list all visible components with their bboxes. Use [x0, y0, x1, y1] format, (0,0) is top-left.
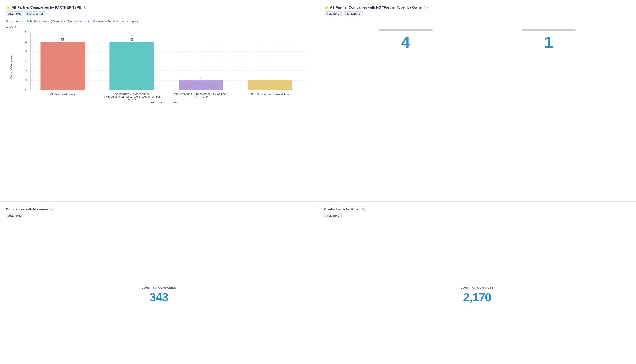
badge-all-time-br[interactable]: ALL TIME	[324, 213, 342, 218]
hbar-track-1	[522, 30, 576, 32]
legend-label-1: Mobility Service (Microtransit, On Deman…	[30, 20, 89, 22]
metric-value-br: 2,170	[463, 290, 491, 304]
svg-text:Mobility Service: Mobility Service	[114, 92, 149, 95]
badge-row-bottom-left: ALL TIME	[6, 213, 23, 218]
hbar-fill-4	[378, 30, 433, 32]
legend-item-1: Mobility Service (Microtransit, On Deman…	[27, 20, 89, 22]
badge-all-time-tr[interactable]: ALL TIME	[324, 11, 342, 16]
pagination-controls: ▲ 1/2 ▼	[6, 25, 312, 28]
card-no-name-companies: Companies with No name i ALL TIME COUNT …	[0, 202, 318, 364]
title-text-bl: Companies with No name	[6, 207, 48, 211]
svg-text:Digital): Digital)	[193, 96, 208, 98]
legend-label-0: (No value)	[10, 20, 23, 22]
card-title-no-name: Companies with No name i	[6, 207, 53, 211]
svg-text:(Microtransit, On Demand: (Microtransit, On Demand	[104, 95, 160, 98]
metric-center-bl: COUNT OF COMPANIES 343	[6, 231, 312, 358]
metric-label-bl: COUNT OF COMPANIES	[142, 286, 176, 289]
svg-text:6: 6	[25, 30, 28, 34]
chart-svg: 0 1 2 3 4 5 6 5 5 1	[6, 30, 312, 103]
card-title-partner-type: ⭐ All Partner Companies by PARTNER TYPE …	[6, 6, 312, 9]
info-icon-no-partner[interactable]: i	[424, 6, 428, 9]
badge-filters-tr[interactable]: FILTERS (2)	[343, 11, 363, 16]
bar-mobility	[109, 42, 154, 90]
badge-row-bottom-right: ALL TIME	[324, 213, 342, 218]
title-text: All	[12, 6, 16, 9]
legend-dot-1	[27, 20, 29, 22]
legend-dot-0	[6, 20, 8, 22]
svg-text:5: 5	[130, 38, 133, 41]
title-text-tr: All	[330, 6, 334, 9]
legend-partner-type: (No value) Mobility Service (Microtransi…	[6, 20, 312, 22]
svg-text:Software Vendor: Software Vendor	[250, 92, 290, 96]
hbar-value-1: 1	[544, 34, 553, 50]
y-axis-label: Count of Companies	[10, 54, 13, 78]
bar-software	[248, 80, 292, 90]
hbar-fill-1	[522, 30, 559, 32]
svg-text:(No value): (No value)	[50, 92, 75, 96]
star-icon: ⭐	[6, 6, 10, 9]
svg-text:Payment Network (Cards,: Payment Network (Cards,	[173, 92, 229, 95]
hbar-item-1: 1	[522, 30, 576, 50]
hbar-value-4: 4	[401, 34, 410, 50]
prev-page-icon[interactable]: ▲	[6, 25, 8, 28]
legend-item-2: Payment Network (Cards, Digital)	[93, 20, 138, 22]
svg-text:etc): etc)	[128, 98, 136, 101]
next-page-icon[interactable]: ▼	[14, 25, 17, 28]
legend-dot-2	[93, 20, 95, 22]
metric-value-bl: 343	[149, 290, 168, 304]
svg-text:5: 5	[25, 40, 28, 43]
svg-text:0: 0	[25, 88, 28, 92]
svg-text:1: 1	[199, 76, 202, 80]
badge-row-top-left: ALL TIME FILTERS (1)	[6, 11, 312, 16]
page-indicator: 1/2	[9, 25, 13, 28]
card-partner-type: ⭐ All Partner Companies by PARTNER TYPE …	[0, 0, 318, 202]
bar-no-value	[40, 42, 85, 90]
bar-payment	[178, 80, 223, 90]
info-icon-no-email[interactable]: i	[362, 208, 365, 211]
hbar-item-4: 4	[378, 30, 433, 50]
title-rest: Partner Companies by PARTNER TYPE	[18, 6, 81, 9]
svg-text:3: 3	[25, 60, 28, 63]
svg-text:1: 1	[25, 78, 28, 82]
dashboard: ⭐ All Partner Companies by PARTNER TYPE …	[0, 0, 636, 364]
card-title-no-email: Contact with No Email i	[324, 207, 365, 211]
card-title-no-partner-type: ⭐ All Partner Companies with NO "Partner…	[324, 6, 630, 9]
hbar-track-4	[378, 30, 433, 32]
badge-row-top-right: ALL TIME FILTERS (2)	[324, 11, 630, 16]
card-no-email-contacts: Contact with No Email i ALL TIME COUNT O…	[318, 202, 636, 364]
svg-text:4: 4	[25, 50, 28, 53]
svg-text:Partner Type: Partner Type	[151, 102, 187, 103]
svg-text:2: 2	[25, 69, 28, 72]
svg-text:1: 1	[268, 76, 272, 80]
title-rest-tr: Partner Companies with NO "Partner Type"…	[336, 6, 423, 9]
legend-item-0: (No value)	[6, 20, 23, 22]
svg-text:5: 5	[61, 38, 64, 41]
badge-all-time-bl[interactable]: ALL TIME	[6, 213, 23, 218]
badge-all-time-tl[interactable]: ALL TIME	[6, 11, 23, 16]
info-icon-partner-type[interactable]: i	[83, 6, 86, 9]
card-no-partner-type: ⭐ All Partner Companies with NO "Partner…	[318, 0, 636, 202]
metric-center-br: COUNT OF CONTACTS 2,170	[324, 231, 630, 358]
metric-label-br: COUNT OF CONTACTS	[461, 286, 494, 289]
info-icon-no-name[interactable]: i	[49, 208, 53, 211]
legend-label-2: Payment Network (Cards, Digital)	[96, 20, 138, 22]
badge-filters-tl[interactable]: FILTERS (1)	[25, 11, 45, 16]
title-text-br: Contact with No Email	[324, 207, 360, 211]
bar-chart-partner-type: Count of Companies 0 1 2 3 4	[6, 30, 312, 103]
star-icon-tr: ⭐	[324, 6, 328, 9]
